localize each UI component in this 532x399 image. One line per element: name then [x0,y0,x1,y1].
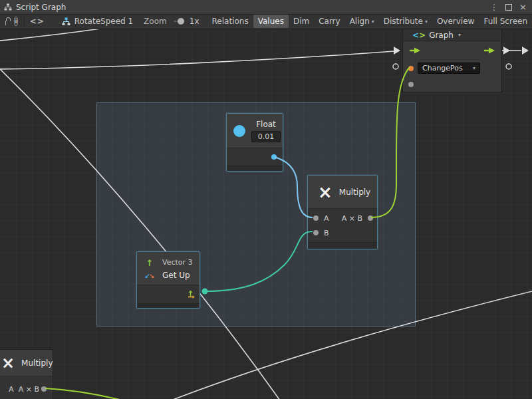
toolbar-button-values[interactable]: Values [253,15,289,28]
get-up-node[interactable]: ↑ Vector 3 ↙↘ Get Up [136,251,200,309]
angle-left-icon: < [412,31,419,40]
toolbar-button-overview[interactable]: Overview [432,15,479,28]
window-titlebar[interactable]: Script Graph ⋮ × [0,0,532,15]
float-output-port[interactable] [271,154,277,160]
float-value-field[interactable]: 0.01 [251,131,281,142]
multiply-node-partial[interactable]: × Multiply A A × B [0,349,53,399]
graph-breadcrumb-label: RotateSpeed 1 [74,17,133,26]
window-menu-icon[interactable]: ⋮ [490,3,498,11]
multiply-input-b-port[interactable] [313,230,319,235]
zoom-slider[interactable] [174,21,184,22]
graph-variable-row: ChangePos ▾ [403,60,501,76]
zoom-label: Zoom [144,17,167,26]
lock-icon[interactable] [5,21,6,25]
multiply-icon: × [1,355,15,371]
toolbar-button-relations[interactable]: Relations [207,15,253,28]
multiply-output-port[interactable] [368,215,373,221]
float-type-icon [233,125,245,137]
float-node-title: Float [256,120,276,129]
get-arrow-right-icon: ↘ [149,273,154,280]
get-up-node-title: Get Up [162,271,190,280]
toolbar-button-align-label: Align [350,17,370,26]
toolbar-button-distribute-label: Distribute [384,17,423,26]
multiply2-row-a: A A × B [0,382,53,396]
graph-flow-row [403,41,501,60]
close-icon[interactable]: × [519,3,527,11]
chevron-down-icon: ▾ [425,19,428,25]
graph-extra-port-row [403,76,501,92]
multiply-node-header: × Multiply [308,176,377,209]
get-up-node-footer [137,303,200,308]
extra-port-dot[interactable] [408,82,414,87]
chevron-down-icon: ▾ [372,19,374,25]
toolbar-buttons: Relations Values Dim Carry Align ▾ Distr… [207,15,532,28]
vector3-output-icon[interactable] [186,290,195,299]
float-node-footer [227,166,283,171]
toolbar-button-dim[interactable]: Dim [289,15,314,28]
graph-panel-title: Graph [429,31,454,40]
multiply-input-a-label: A [324,214,329,223]
variable-port-dot[interactable] [408,66,414,71]
toolbar-button-carry[interactable]: Carry [314,15,345,28]
graph-asset-icon [62,17,70,26]
angle-right-icon: > [419,31,426,40]
chevron-down-icon[interactable]: ▾ [458,32,461,38]
flow-output-arrow-icon[interactable] [483,47,496,55]
graph-inspector-panel: <> Graph ▾ ChangePos ▾ [402,29,502,92]
window-controls: ⋮ × [490,0,527,14]
maximize-icon[interactable] [505,4,512,11]
flow-input-arrow-icon[interactable] [408,47,422,55]
multiply2-node-body: A A × B [0,376,53,399]
zoom-value: 1x [190,17,200,26]
info-icon[interactable]: i [14,17,17,26]
multiply2-input-a-label: A [9,385,14,394]
multiply-node-title: Multiply [339,188,370,197]
multiply-row-b: B [308,225,377,240]
float-node[interactable]: Float 0.01 [226,113,283,172]
get-up-type-label: Vector 3 [162,258,193,267]
graph-panel-header[interactable]: <> Graph ▾ [403,29,501,41]
multiply-icon: × [318,184,332,201]
multiply2-output-label: A × B [19,385,39,394]
multiply2-node-header: × Multiply [0,350,53,376]
variable-dropdown[interactable]: ChangePos ▾ [418,63,480,74]
get-up-node-header: ↑ Vector 3 ↙↘ Get Up [137,252,200,285]
multiply-input-a-port[interactable] [313,215,319,221]
float-node-body [227,148,283,166]
multiply-row-a: A A × B [308,211,377,225]
multiply-node-body: A A × B B [308,209,377,242]
script-graph-icon [4,3,12,11]
float-node-header: Float 0.01 [227,114,283,148]
multiply2-node-title: Multiply [21,358,53,368]
multiply2-output-port[interactable] [41,386,47,392]
visual-script-icon: <> [412,31,426,40]
graph-toolbar: i <> RotateSpeed 1 Zoom 1x Relations Val… [0,14,532,29]
window-title: Script Graph [16,3,66,12]
toolbar-button-fullscreen[interactable]: Full Screen [479,15,532,28]
zoom-slider-handle[interactable] [178,18,184,25]
graph-breadcrumb[interactable]: RotateSpeed 1 [62,17,133,26]
get-up-node-body [137,285,200,303]
vector3-up-arrow-icon: ↑ [146,258,154,268]
variable-dropdown-value: ChangePos [422,64,463,72]
multiply-node-footer [308,242,377,249]
toolbar-button-align[interactable]: Align ▾ [345,15,379,28]
multiply-output-label: A × B [342,214,362,223]
multiply-node[interactable]: × Multiply A A × B B [307,175,378,249]
toolbar-button-distribute[interactable]: Distribute ▾ [379,15,432,28]
multiply-input-b-label: B [324,229,329,237]
edit-source-icon[interactable]: <> [30,17,45,26]
chevron-down-icon: ▾ [473,65,475,71]
